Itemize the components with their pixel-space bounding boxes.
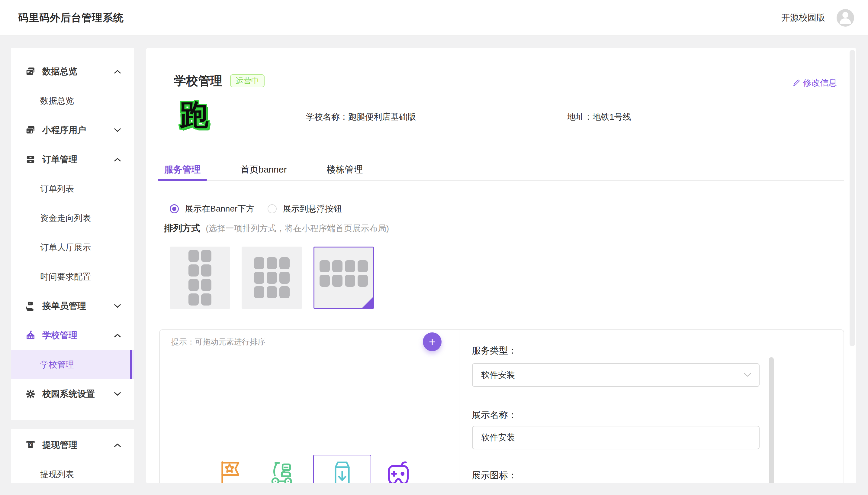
service-type-label: 服务类型： [472,344,517,357]
form-scrollbar-thumb[interactable] [769,357,774,483]
tab-building-management[interactable]: 楼栋管理 [320,161,369,180]
school-logo: 跑 [180,100,209,129]
sidebar-item-label: 订单管理 [42,154,77,166]
radio-under-banner[interactable]: 展示在Banner下方 [170,203,254,215]
sidebar-subitem-fund-flow-list[interactable]: 资金走向列表 [11,203,134,233]
person-icon [837,9,854,27]
chevron-down-icon [744,373,751,377]
active-tab-underline [158,179,207,181]
svg-text:¥: ¥ [30,443,32,447]
chevron-up-icon [114,69,121,73]
address-value: 地铁1号线 [592,112,631,121]
service-game[interactable] [385,459,412,483]
chevron-up-icon [114,443,121,447]
sidebar-item-label: 提现管理 [42,439,77,451]
gamepad-icon [385,459,412,483]
layout-option-3x3[interactable] [242,246,302,309]
arrangement-note: (选择一项排列方式，将在小程序端首页展示布局) [206,224,389,233]
service-package-selected[interactable] [313,455,371,483]
sidebar-item-campus-system-settings[interactable]: 校园系统设置 [11,379,134,409]
delivery-scooter-icon [267,459,295,483]
sidebar-subitem-withdrawal-list[interactable]: 提现列表 [11,460,134,483]
layout-option-2x4[interactable] [170,246,230,309]
radio-floating-button[interactable]: 展示到悬浮按钮 [268,203,342,215]
app-title: 码里码外后台管理系统 [18,11,124,25]
school-icon [25,330,36,341]
sidebar-subitem-school-management[interactable]: 学校管理 [11,350,134,379]
id-cards-icon [25,67,36,77]
status-badge: 运营中 [230,74,265,87]
active-indicator-bar [130,350,132,379]
sidebar-withdrawal-section: ¥ 提现管理 提现列表 [11,429,134,483]
chevron-down-icon [114,392,121,396]
drag-hint: 提示：可拖动元素进行排序 [171,337,265,347]
display-position-radios: 展示在Banner下方 展示到悬浮按钮 [170,203,342,215]
user-avatar[interactable] [837,9,854,27]
sidebar-item-label: 接单员管理 [42,300,86,312]
sidebar-subitem-order-hall-display[interactable]: 订单大厅展示 [11,233,134,262]
service-editor-panel: 提示：可拖动元素进行排序 + 服务类型： 软件安装 展示名称： 展示图标： [159,329,844,483]
flag-star-icon [216,459,244,483]
layout-preview-grid [189,250,211,306]
main-scrollbar-thumb[interactable] [850,50,855,346]
page-title: 学校管理 [174,72,222,89]
sidebar-item-label: 学校管理 [42,329,77,341]
sidebar-item-data-overview[interactable]: 数据总览 [11,57,134,86]
layout-preview-grid [320,260,368,287]
package-download-icon [328,459,356,483]
panel-divider [459,330,459,483]
sidebar: 数据总览 数据总览 小程序用户 订单管理 订单列表 资金走向列表 订单大厅展示 … [11,48,134,420]
display-icon-label: 展示图标： [472,469,517,482]
address-row: 地址：地铁1号线 [567,111,631,123]
pencil-icon [793,79,801,87]
layout-option-4x2-selected[interactable] [314,246,374,309]
sidebar-item-courier-management[interactable]: 接单员管理 [11,291,134,321]
edit-info-link[interactable]: 修改信息 [793,77,837,88]
chevron-down-icon [114,128,121,132]
app-header: 码里码外后台管理系统 开源校园版 [0,0,868,36]
sidebar-subitem-time-requirement-config[interactable]: 时间要求配置 [11,262,134,291]
main-content-card: 学校管理 运营中 修改信息 跑 学校名称：跑腿便利店基础版 地址：地铁1号线 服… [146,48,856,483]
school-name-value: 跑腿便利店基础版 [348,112,416,121]
arrangement-row: 排列方式 (选择一项排列方式，将在小程序端首页展示布局) [164,222,389,235]
atm-icon: ¥ [25,440,36,450]
hand-card-icon [25,301,36,311]
school-name-label: 学校名称： [306,112,348,121]
sidebar-item-label: 校园系统设置 [42,388,95,400]
sidebar-item-withdrawal-management[interactable]: ¥ 提现管理 [11,430,134,460]
radio-unselected-icon [268,204,277,214]
sidebar-item-label: 小程序用户 [42,124,86,136]
school-name-row: 学校名称：跑腿便利店基础版 [306,111,416,123]
chevron-up-icon [114,333,121,337]
radio-selected-icon [170,204,179,214]
service-type-select[interactable]: 软件安装 [472,363,760,387]
layout-preview-grid [254,257,290,298]
display-name-label: 展示名称： [472,409,517,421]
display-name-input[interactable] [472,426,760,449]
archive-icon [25,154,36,165]
sidebar-item-miniprogram-users[interactable]: 小程序用户 [11,116,134,145]
add-service-button[interactable]: + [423,332,442,351]
selected-corner-mark [362,297,373,308]
sidebar-subitem-order-list[interactable]: 订单列表 [11,174,134,203]
tab-service-management[interactable]: 服务管理 [158,161,207,180]
sidebar-subitem-data-overview[interactable]: 数据总览 [11,86,134,116]
edition-label: 开源校园版 [781,12,825,24]
service-flag-star[interactable] [216,459,244,483]
sidebar-item-school-management[interactable]: 学校管理 [11,321,134,350]
layout-options [170,246,374,309]
chevron-up-icon [114,157,121,161]
sidebar-item-label: 数据总览 [42,66,77,78]
gear-icon [25,389,36,399]
service-delivery[interactable] [267,459,295,483]
address-label: 地址： [567,112,592,121]
sidebar-item-order-management[interactable]: 订单管理 [11,145,134,174]
id-cards-icon [25,125,36,135]
arrangement-label: 排列方式 [164,223,200,233]
tab-bar: 服务管理 首页banner 楼栋管理 [158,161,844,181]
tab-home-banner[interactable]: 首页banner [234,161,293,180]
chevron-down-icon [114,304,121,308]
